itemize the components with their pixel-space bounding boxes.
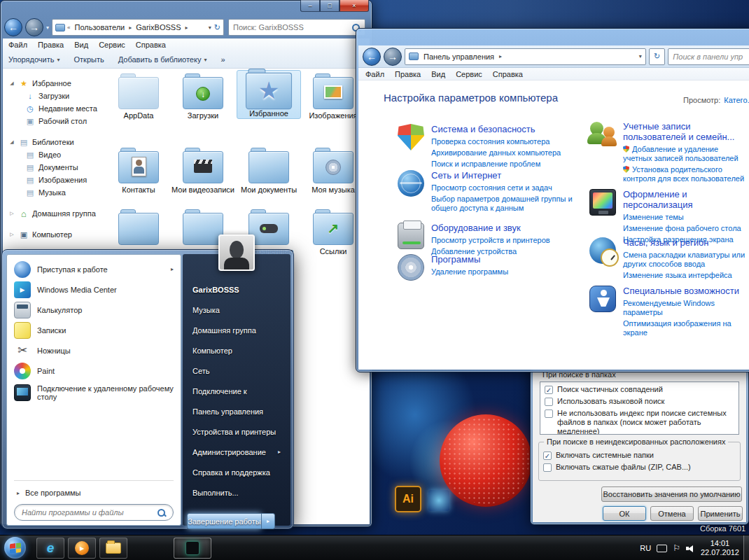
organize-button[interactable]: Упорядочить ▾	[8, 55, 59, 64]
checkbox-row-system-folders[interactable]: ✓ Включать системные папки	[539, 448, 740, 460]
menu-view[interactable]: Вид	[431, 70, 445, 78]
search-box[interactable]: Поиск: GarixBOSSS	[228, 19, 365, 36]
breadcrumb-separator-icon[interactable]: ▸	[499, 53, 502, 59]
category-link[interactable]: Оптимизация изображения на экране	[623, 319, 748, 337]
action-center-flag-icon[interactable]: ⚐	[673, 543, 680, 553]
category-link[interactable]: Удаление программы	[431, 267, 508, 276]
cancel-button[interactable]: Отмена	[650, 506, 694, 521]
open-button[interactable]: Открыть	[74, 55, 104, 64]
folder-item-contacts[interactable]: Контакты	[106, 147, 171, 195]
checkbox-row-zip-files[interactable]: Включать сжатые файлы (ZIP, CAB...)	[539, 460, 740, 472]
menu-tools[interactable]: Сервис	[99, 41, 125, 49]
category-link[interactable]: Добавление и удаление учетных записей по…	[623, 145, 748, 163]
breadcrumb-control-panel[interactable]: Панель управления	[421, 52, 496, 61]
menu-edit[interactable]: Правка	[38, 41, 64, 49]
appearance-icon[interactable]	[589, 189, 616, 216]
start-item-snipping-tool[interactable]: ✂ Ножницы	[10, 340, 178, 360]
menu-edit[interactable]: Правка	[395, 70, 421, 78]
category-link[interactable]: Просмотр состояния сети и задач	[431, 183, 578, 192]
start-item-control-panel[interactable]: Панель управления	[183, 401, 290, 421]
sidebar-item-desktop[interactable]: ▣ Рабочий стол	[25, 115, 106, 127]
category-title[interactable]: Учетные записи пользователей и семейн...	[623, 121, 748, 142]
breadcrumb-current[interactable]: GarixBOSSS	[134, 23, 183, 31]
folder-item-favorites[interactable]: ★ Избранное	[237, 70, 301, 119]
checkbox[interactable]: ✓	[545, 386, 553, 394]
programs-icon[interactable]	[398, 254, 424, 281]
sidebar-item-pictures[interactable]: ▤ Изображения	[25, 174, 106, 186]
category-title[interactable]: Оформление и персонализация	[623, 189, 748, 210]
show-desktop-button[interactable]	[743, 536, 749, 560]
menu-tools[interactable]: Сервис	[456, 70, 482, 78]
start-item-calculator[interactable]: Калькулятор	[10, 300, 178, 320]
tray-clock[interactable]: 14:01 22.07.2012	[701, 539, 739, 557]
category-link[interactable]: Поиск и исправление проблем	[431, 160, 561, 169]
clock-language-icon[interactable]	[589, 237, 616, 264]
category-link[interactable]: Выбор параметров домашней группы и общег…	[431, 195, 578, 213]
start-item-getting-started[interactable]: Приступая к работе ▸	[10, 259, 178, 279]
address-bar[interactable]: « Пользователи ▸ GarixBOSSS ▸ ▾ ↻	[52, 19, 224, 36]
back-button[interactable]: ←	[4, 18, 22, 36]
start-item-connect-to[interactable]: Подключение к	[183, 381, 290, 401]
volume-icon[interactable]	[686, 544, 695, 552]
all-programs-button[interactable]: ▸ Все программы	[10, 484, 178, 502]
start-item-sticky-notes[interactable]: Записки	[10, 320, 178, 340]
taskbar-internet-explorer-button[interactable]: e	[36, 538, 64, 559]
start-item-run[interactable]: Выполнить...	[183, 482, 290, 503]
start-item-computer[interactable]: Компьютер	[183, 340, 290, 360]
category-link[interactable]: Изменение языка интерфейса	[623, 271, 748, 280]
category-link[interactable]: Смена раскладки клавиатуры или других сп…	[623, 251, 748, 269]
folder-item[interactable]	[106, 209, 171, 245]
keyboard-layout-icon[interactable]	[657, 545, 667, 552]
menu-view[interactable]: Вид	[74, 41, 88, 49]
expand-icon[interactable]: ▷	[8, 232, 15, 237]
taskbar-media-player-button[interactable]: ▶	[68, 538, 96, 559]
breadcrumb-separator-icon[interactable]: ▸	[129, 24, 132, 31]
checkbox[interactable]	[543, 463, 552, 472]
sidebar-item-music[interactable]: ▤ Музыка	[25, 186, 106, 199]
sidebar-item-libraries[interactable]: ◢ ▤ Библиотеки	[8, 136, 106, 148]
category-title[interactable]: Сеть и Интернет	[431, 170, 578, 181]
close-button[interactable]: ×	[340, 0, 369, 12]
start-item-remote-desktop[interactable]: Подключение к удаленному рабочему столу	[10, 381, 178, 405]
taskbar-explorer-button[interactable]	[99, 538, 127, 559]
refresh-icon[interactable]: ↻	[214, 23, 220, 32]
forward-button[interactable]: →	[25, 18, 43, 36]
toolbar-overflow-icon[interactable]: »	[220, 55, 225, 64]
category-link[interactable]: Архивирование данных компьютера	[431, 148, 561, 158]
refresh-button[interactable]: ↻	[649, 48, 666, 65]
expand-icon[interactable]: ▷	[8, 211, 15, 216]
collapse-icon[interactable]: ◢	[8, 80, 15, 86]
add-to-library-button[interactable]: Добавить в библиотеку ▾	[118, 55, 207, 64]
view-by-value[interactable]: Катего...	[724, 96, 749, 104]
menu-help[interactable]: Справка	[493, 70, 523, 78]
category-title[interactable]: Часы, язык и регион	[623, 237, 748, 248]
breadcrumb-overflow-icon[interactable]: «	[67, 24, 70, 31]
menu-file[interactable]: Файл	[365, 70, 384, 78]
forward-button[interactable]: →	[384, 48, 402, 66]
category-link[interactable]: Рекомендуемые Windows параметры	[623, 299, 748, 317]
start-item-help-support[interactable]: Справка и поддержка	[183, 462, 290, 482]
history-dropdown-icon[interactable]: ▾	[46, 24, 49, 31]
start-item-network[interactable]: Сеть	[183, 360, 290, 381]
ok-button[interactable]: ОК	[603, 506, 646, 521]
folder-item-downloads[interactable]: ↓ Загрузки	[171, 73, 235, 120]
category-link[interactable]: Проверка состояния компьютера	[431, 137, 561, 146]
breadcrumb-users[interactable]: Пользователи	[72, 23, 127, 31]
control-panel-search-box[interactable]: Поиск в панели упр	[668, 48, 749, 65]
start-item-music[interactable]: Музыка	[183, 300, 290, 320]
user-accounts-icon[interactable]	[589, 121, 616, 148]
back-button[interactable]: ←	[363, 48, 381, 66]
folder-item-appdata[interactable]: AppData	[106, 73, 171, 120]
language-indicator[interactable]: RU	[640, 544, 651, 552]
start-button[interactable]	[4, 537, 26, 559]
sidebar-item-favorites[interactable]: ◢ ★ Избранное	[8, 77, 106, 90]
category-title[interactable]: Программы	[431, 254, 508, 265]
ease-of-access-icon[interactable]	[589, 286, 616, 312]
start-item-paint[interactable]: Paint	[10, 360, 178, 381]
category-link[interactable]: Изменение фона рабочего стола	[623, 224, 748, 233]
shutdown-options-arrow[interactable]: ▸	[261, 513, 275, 529]
sidebar-item-videos[interactable]: ▤ Видео	[25, 148, 106, 161]
breadcrumb-separator-icon[interactable]: ▸	[185, 24, 188, 31]
shutdown-button[interactable]: Завершение работы	[187, 513, 261, 529]
folder-item-videos[interactable]: Мои видеозаписи	[171, 147, 235, 195]
